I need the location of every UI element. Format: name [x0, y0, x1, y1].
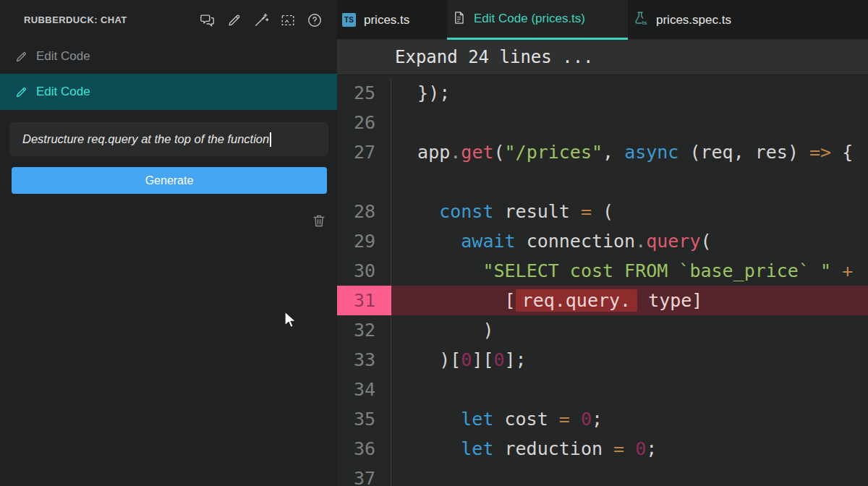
- code-line-31[interactable]: 31 [req.query. type]: [337, 286, 868, 315]
- document-icon: [452, 11, 466, 27]
- sidebar-item-label: Edit Code: [36, 85, 90, 99]
- code-line-36[interactable]: 36 let reduction = 0;: [337, 434, 868, 464]
- line-number: 36: [337, 434, 391, 464]
- app-window: RUBBERDUCK: CHAT: [0, 0, 868, 486]
- tab-label: prices.spec.ts: [656, 13, 731, 27]
- tab-edit-code-prices-ts[interactable]: Edit Code (prices.ts): [447, 0, 628, 40]
- code-text: app.get("/prices", async (req, res) => {: [391, 137, 868, 167]
- line-number: 35: [337, 404, 391, 434]
- code-line-30[interactable]: 30 "SELECT cost FROM `base_price` " +: [337, 256, 868, 286]
- code-line-26[interactable]: 26: [337, 108, 868, 137]
- line-number: 29: [337, 226, 391, 256]
- selection-box-icon[interactable]: [279, 12, 296, 28]
- sidebar-item-label: Edit Code: [36, 49, 90, 64]
- tab-prices-spec-ts[interactable]: ts prices.spec.ts: [628, 0, 757, 40]
- code-lines: 25 });2627 app.get("/prices", async (req…: [337, 75, 868, 486]
- line-number: 26: [337, 108, 391, 137]
- code-text: [391, 108, 868, 137]
- line-number: 27: [337, 137, 391, 167]
- code-text: const result = (: [391, 197, 868, 226]
- line-number: 25: [337, 78, 391, 108]
- code-gap-row[interactable]: [337, 167, 868, 197]
- sidebar-item-edit-code-1[interactable]: Edit Code: [0, 41, 337, 72]
- code-text: [391, 464, 868, 486]
- code-line-35[interactable]: 35 let cost = 0;: [337, 404, 868, 434]
- rubberduck-chat-panel: RUBBERDUCK: CHAT: [0, 0, 337, 486]
- line-number: 28: [337, 197, 391, 226]
- pencil-icon: [14, 50, 28, 64]
- typescript-file-icon: TS: [342, 13, 356, 27]
- code-line-28[interactable]: 28 const result = (: [337, 197, 868, 226]
- code-text: let cost = 0;: [391, 404, 868, 434]
- editor-tab-bar: TS prices.ts Edit Code (prices.ts) ts pr…: [337, 0, 868, 40]
- line-number: 32: [337, 315, 391, 345]
- code-line-27[interactable]: 27 app.get("/prices", async (req, res) =…: [337, 137, 868, 167]
- code-text: [req.query. type]: [391, 286, 868, 315]
- code-text: [391, 167, 868, 197]
- test-beaker-icon: ts: [633, 11, 648, 29]
- trash-icon[interactable]: [311, 213, 328, 230]
- edit-pencil-icon[interactable]: [226, 12, 242, 28]
- comment-discussion-icon[interactable]: [199, 12, 216, 28]
- help-circle-icon[interactable]: [306, 12, 323, 28]
- code-text: [391, 375, 868, 404]
- line-number: [337, 167, 391, 197]
- code-text: });: [391, 78, 868, 108]
- tab-prices-ts[interactable]: TS prices.ts: [337, 0, 447, 40]
- code-line-33[interactable]: 33 )[0][0];: [337, 345, 868, 375]
- code-line-25[interactable]: 25 });: [337, 78, 868, 108]
- magic-wand-icon[interactable]: [252, 12, 269, 28]
- line-number: 34: [337, 375, 391, 404]
- line-number: 37: [337, 464, 391, 486]
- tab-label: Edit Code (prices.ts): [474, 12, 585, 26]
- code-text: await connection.query(: [391, 226, 868, 256]
- code-line-32[interactable]: 32 ): [337, 315, 868, 345]
- expand-lines-button[interactable]: Expand 24 lines ...: [337, 40, 868, 75]
- code-text: ): [391, 315, 868, 345]
- line-number: 31: [337, 286, 391, 315]
- instruction-input-value: Destructure req.query at the top of the …: [22, 132, 269, 146]
- svg-text:ts: ts: [642, 20, 647, 26]
- code-editor: TS prices.ts Edit Code (prices.ts) ts pr…: [337, 0, 868, 486]
- pencil-icon: [14, 85, 28, 99]
- chat-entry-actions: [0, 210, 328, 232]
- sidebar-item-edit-code-2-selected[interactable]: Edit Code: [0, 74, 337, 110]
- instruction-input[interactable]: Destructure req.query at the top of the …: [9, 122, 328, 156]
- panel-title: RUBBERDUCK: CHAT: [24, 14, 127, 25]
- line-number: 30: [337, 256, 391, 286]
- panel-toolbar: [199, 0, 323, 40]
- code-text: let reduction = 0;: [391, 434, 868, 464]
- text-caret: [270, 132, 271, 147]
- expand-lines-label: Expand 24 lines ...: [395, 47, 594, 67]
- code-line-37[interactable]: 37: [337, 464, 868, 486]
- generate-button[interactable]: Generate: [12, 167, 327, 194]
- code-line-29[interactable]: 29 await connection.query(: [337, 226, 868, 256]
- tab-label: prices.ts: [364, 13, 409, 27]
- line-number: 33: [337, 345, 391, 375]
- panel-header: RUBBERDUCK: CHAT: [0, 0, 337, 40]
- code-text: "SELECT cost FROM `base_price` " +: [391, 256, 868, 286]
- mouse-cursor-icon: [283, 310, 299, 330]
- code-text: )[0][0];: [391, 345, 868, 375]
- code-line-34[interactable]: 34: [337, 375, 868, 404]
